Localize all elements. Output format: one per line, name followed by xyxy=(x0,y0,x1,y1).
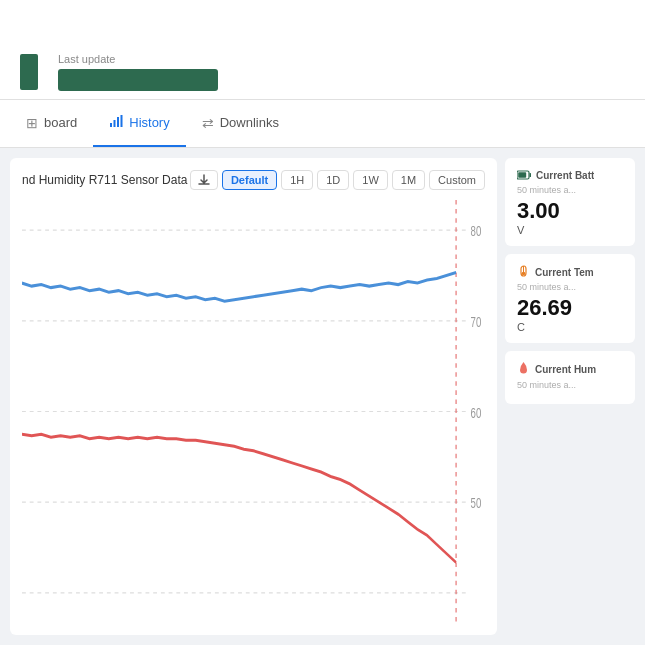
btn-default[interactable]: Default xyxy=(222,170,277,190)
temp-label: Current Tem xyxy=(535,267,594,278)
battery-label: Current Batt xyxy=(536,170,594,181)
main-content: nd Humidity R711 Sensor Data Default 1H … xyxy=(0,148,645,645)
last-update-section: Last update xyxy=(58,53,218,91)
battery-unit: V xyxy=(517,224,623,236)
temp-unit: C xyxy=(517,321,623,333)
nav-tabs: ⊞ board History ⇄ Downlinks xyxy=(0,100,645,148)
svg-text:80: 80 xyxy=(471,223,482,240)
btn-custom[interactable]: Custom xyxy=(429,170,485,190)
download-button[interactable] xyxy=(190,170,218,190)
svg-rect-3 xyxy=(121,115,123,127)
battery-time: 50 minutes a... xyxy=(517,185,623,195)
tab-history-label: History xyxy=(129,115,169,130)
svg-text:50: 50 xyxy=(471,495,482,512)
history-icon xyxy=(109,114,123,131)
hum-label: Current Hum xyxy=(535,364,596,375)
tab-dashboard[interactable]: ⊞ board xyxy=(10,100,93,147)
temp-icon xyxy=(517,264,530,280)
svg-text:60: 60 xyxy=(471,404,482,421)
metric-card-battery: Current Batt 50 minutes a... 3.00 V xyxy=(505,158,635,246)
last-update-label: Last update xyxy=(58,53,218,65)
chart-controls: Default 1H 1D 1W 1M Custom xyxy=(190,170,485,190)
btn-1d[interactable]: 1D xyxy=(317,170,349,190)
tab-history[interactable]: History xyxy=(93,100,185,147)
svg-rect-0 xyxy=(110,123,112,127)
right-panel: Current Batt 50 minutes a... 3.00 V Curr… xyxy=(505,158,635,635)
tab-dashboard-label: board xyxy=(44,115,77,130)
svg-rect-16 xyxy=(518,172,526,178)
btn-1w[interactable]: 1W xyxy=(353,170,388,190)
tab-downlinks[interactable]: ⇄ Downlinks xyxy=(186,100,295,147)
downlinks-icon: ⇄ xyxy=(202,115,214,131)
humidity-icon xyxy=(517,361,530,378)
top-bar: Last update xyxy=(0,0,645,100)
metric-card-temperature: Current Tem 50 minutes a... 26.69 C xyxy=(505,254,635,343)
tab-downlinks-label: Downlinks xyxy=(220,115,279,130)
svg-point-18 xyxy=(522,272,526,276)
btn-1h[interactable]: 1H xyxy=(281,170,313,190)
last-update-bar xyxy=(58,69,218,91)
brand-box xyxy=(20,54,38,90)
temp-time: 50 minutes a... xyxy=(517,282,623,292)
battery-value: 3.00 xyxy=(517,199,623,223)
dashboard-icon: ⊞ xyxy=(26,115,38,131)
chart-header: nd Humidity R711 Sensor Data Default 1H … xyxy=(22,170,485,190)
chart-area: 80 70 60 50 xyxy=(22,200,485,623)
temp-value: 26.69 xyxy=(517,296,623,320)
svg-text:70: 70 xyxy=(471,314,482,331)
chart-svg: 80 70 60 50 xyxy=(22,200,485,623)
chart-section: nd Humidity R711 Sensor Data Default 1H … xyxy=(10,158,497,635)
svg-rect-2 xyxy=(117,117,119,127)
btn-1m[interactable]: 1M xyxy=(392,170,425,190)
metric-card-humidity: Current Hum 50 minutes a... xyxy=(505,351,635,404)
svg-rect-15 xyxy=(530,173,532,177)
chart-title: nd Humidity R711 Sensor Data xyxy=(22,173,187,187)
hum-time: 50 minutes a... xyxy=(517,380,623,390)
svg-rect-1 xyxy=(114,120,116,127)
battery-icon xyxy=(517,168,531,183)
